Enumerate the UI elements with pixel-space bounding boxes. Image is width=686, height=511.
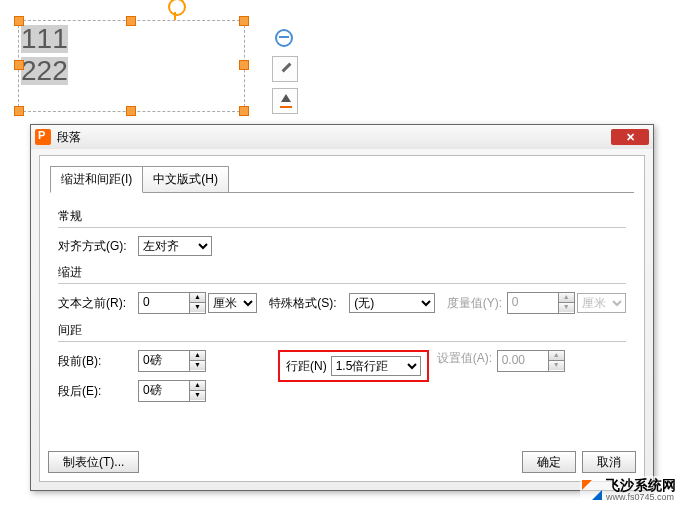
space-after-input[interactable] <box>139 381 189 399</box>
alignment-label: 对齐方式(G): <box>58 238 138 255</box>
pencil-icon <box>278 62 292 76</box>
rotation-handle[interactable] <box>168 0 186 16</box>
spin-down: ▼ <box>549 361 564 370</box>
before-text-label: 文本之前(R): <box>58 295 138 312</box>
paragraph-dialog: 段落 ✕ 缩进和间距(I) 中文版式(H) 常规 对齐方式(G): 左对齐 缩进… <box>30 124 654 491</box>
watermark-name: 飞沙系统网 <box>606 478 676 493</box>
watermark-logo-icon <box>582 480 602 500</box>
space-before-input[interactable] <box>139 351 189 369</box>
watermark: 飞沙系统网 www.fs0745.com <box>580 476 678 505</box>
tab-chinese-layout[interactable]: 中文版式(H) <box>142 166 229 193</box>
rotation-line <box>174 12 176 20</box>
textbox-selection: 111 222 <box>18 0 243 110</box>
spin-down[interactable]: ▼ <box>190 303 205 312</box>
button-label: 取消 <box>597 454 621 471</box>
spin-up[interactable]: ▲ <box>190 351 205 361</box>
measure-input <box>508 293 558 311</box>
spin-up[interactable]: ▲ <box>190 381 205 391</box>
tab-indent-spacing[interactable]: 缩进和间距(I) <box>50 166 143 193</box>
app-icon <box>35 129 51 145</box>
line-spacing-select[interactable]: 1.5倍行距 <box>331 356 421 376</box>
spin-down: ▼ <box>559 303 574 312</box>
dialog-buttons: 制表位(T)... 确定 取消 <box>48 451 636 473</box>
group-spacing-label: 间距 <box>58 322 626 339</box>
space-after-spinner[interactable]: ▲▼ <box>138 380 206 402</box>
measure-spinner: ▲▼ <box>507 292 575 314</box>
group-indent-label: 缩进 <box>58 264 626 281</box>
tab-panel: 常规 对齐方式(G): 左对齐 缩进 文本之前(R): ▲▼ 厘米 特殊格式(S… <box>40 194 644 416</box>
collapse-button[interactable] <box>272 26 296 50</box>
resize-handle[interactable] <box>126 16 136 26</box>
textbox-content[interactable]: 111 222 <box>21 23 68 87</box>
text-line-1: 111 <box>21 25 68 53</box>
alignment-select[interactable]: 左对齐 <box>138 236 212 256</box>
tab-label: 缩进和间距(I) <box>61 172 132 186</box>
special-format-select[interactable]: (无) <box>349 293 434 313</box>
tab-label: 中文版式(H) <box>153 172 218 186</box>
resize-handle[interactable] <box>14 106 24 116</box>
text-line-2: 222 <box>21 57 68 85</box>
group-general-label: 常规 <box>58 208 626 225</box>
set-at-label: 设置值(A): <box>437 350 497 367</box>
before-text-spinner[interactable]: ▲▼ <box>138 292 206 314</box>
resize-handle[interactable] <box>14 16 24 26</box>
titlebar[interactable]: 段落 ✕ <box>31 125 653 149</box>
resize-handle[interactable] <box>239 60 249 70</box>
resize-handle[interactable] <box>239 106 249 116</box>
divider <box>58 227 626 228</box>
minus-circle-icon <box>275 29 293 47</box>
resize-handle[interactable] <box>14 60 24 70</box>
before-text-input[interactable] <box>139 293 189 311</box>
measure-unit: 厘米 <box>577 293 626 313</box>
ok-button[interactable]: 确定 <box>522 451 576 473</box>
floating-toolbar <box>272 26 298 120</box>
spin-down[interactable]: ▼ <box>190 391 205 400</box>
cancel-button[interactable]: 取消 <box>582 451 636 473</box>
spin-down[interactable]: ▼ <box>190 361 205 370</box>
fill-button[interactable] <box>272 88 298 114</box>
spin-up: ▲ <box>559 293 574 303</box>
resize-handle[interactable] <box>126 106 136 116</box>
tabs-button[interactable]: 制表位(T)... <box>48 451 139 473</box>
spin-up: ▲ <box>549 351 564 361</box>
line-spacing-highlight: 行距(N) 1.5倍行距 <box>278 350 429 382</box>
space-before-spinner[interactable]: ▲▼ <box>138 350 206 372</box>
before-text-unit[interactable]: 厘米 <box>208 293 257 313</box>
textbox[interactable]: 111 222 <box>18 20 245 112</box>
set-at-input <box>498 351 548 369</box>
special-format-label: 特殊格式(S): <box>269 295 349 312</box>
close-button[interactable]: ✕ <box>611 129 649 145</box>
dialog-title: 段落 <box>57 129 611 146</box>
edit-button[interactable] <box>272 56 298 82</box>
button-label: 制表位(T)... <box>63 454 124 471</box>
tabstrip: 缩进和间距(I) 中文版式(H) <box>50 166 644 193</box>
divider <box>58 341 626 342</box>
spin-up[interactable]: ▲ <box>190 293 205 303</box>
space-before-label: 段前(B): <box>58 353 138 370</box>
button-label: 确定 <box>537 454 561 471</box>
measure-label: 度量值(Y): <box>447 295 507 312</box>
paint-bucket-icon <box>278 94 292 108</box>
set-at-spinner: ▲▼ <box>497 350 565 372</box>
resize-handle[interactable] <box>239 16 249 26</box>
space-after-label: 段后(E): <box>58 383 138 400</box>
line-spacing-label: 行距(N) <box>286 358 327 375</box>
divider <box>58 283 626 284</box>
watermark-url: www.fs0745.com <box>606 493 676 503</box>
dialog-body: 缩进和间距(I) 中文版式(H) 常规 对齐方式(G): 左对齐 缩进 文本之前… <box>39 155 645 482</box>
